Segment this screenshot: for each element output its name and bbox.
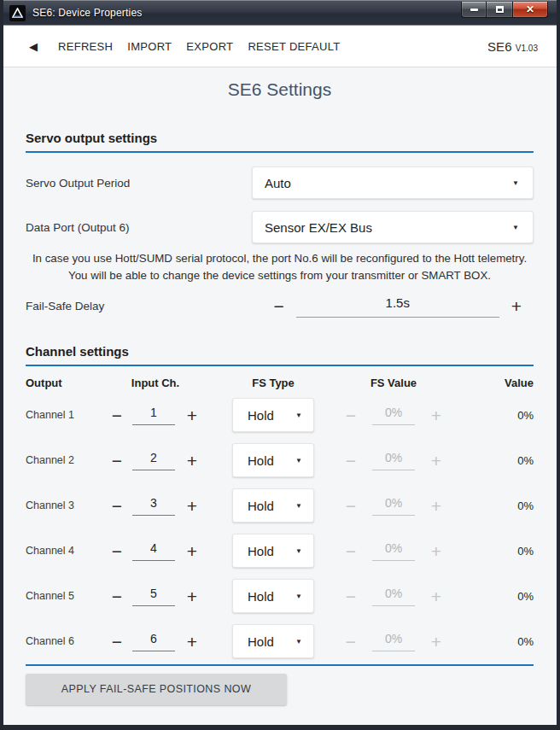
fs-type-select[interactable]: Hold ▼ [232, 534, 314, 568]
chevron-down-icon: ▼ [295, 547, 302, 555]
fs-type-value: Hold [248, 499, 274, 513]
app-icon [9, 5, 26, 21]
device-name: SE6 [487, 39, 512, 54]
input-ch-increase-button[interactable]: + [178, 633, 207, 651]
input-ch-decrease-button[interactable]: − [104, 406, 130, 424]
fail-safe-delay-decrease-button[interactable]: − [273, 297, 283, 315]
fail-safe-delay-row: Fail-Safe Delay − 1.5s + [26, 289, 534, 324]
chevron-down-icon: ▼ [295, 638, 302, 645]
input-ch-increase-button[interactable]: + [178, 542, 207, 560]
toolbar-item-import[interactable]: IMPORT [127, 40, 172, 53]
fs-value-increase-button: + [423, 406, 449, 424]
apply-fail-safe-button[interactable]: APPLY FAIL-SAFE POSITIONS NOW [26, 674, 287, 705]
channel-label: Channel 2 [26, 454, 104, 466]
fs-type-select[interactable]: Hold ▼ [232, 488, 314, 523]
input-ch-field[interactable]: 3 [132, 496, 175, 516]
fs-type-value: Hold [248, 544, 274, 558]
input-ch-increase-button[interactable]: + [178, 587, 207, 605]
fs-value-increase-button: + [423, 452, 449, 470]
chevron-down-icon: ▼ [512, 224, 519, 231]
page-title: SE6 Settings [26, 79, 534, 100]
input-ch-field[interactable]: 4 [132, 541, 175, 561]
fs-type-select[interactable]: Hold ▼ [232, 443, 314, 477]
back-button[interactable]: ◀ [29, 40, 38, 53]
fs-type-select[interactable]: Hold ▼ [232, 624, 314, 658]
channel-label: Channel 5 [26, 590, 104, 602]
device-version: SE6 V1.03 [487, 39, 538, 54]
channel-label: Channel 6 [26, 635, 104, 647]
close-icon: ✕ [526, 4, 534, 15]
minimize-icon [470, 9, 478, 11]
maximize-icon [496, 6, 504, 13]
input-ch-decrease-button[interactable]: − [104, 452, 130, 470]
chevron-down-icon: ▼ [295, 457, 302, 464]
channel-row-3: Channel 3 − 3 + Hold ▼ − 0% + 0% [26, 483, 534, 529]
maximize-button[interactable] [487, 2, 512, 18]
hott-sumd-note: In case you use Hott/SUMD serial protoco… [26, 250, 534, 284]
fs-value-field: 0% [372, 587, 415, 606]
input-ch-field[interactable]: 1 [132, 406, 175, 425]
fs-value-decrease-button: − [338, 497, 364, 515]
fail-safe-delay-increase-button[interactable]: + [511, 297, 522, 315]
input-ch-decrease-button[interactable]: − [104, 633, 130, 651]
section-divider [26, 664, 534, 666]
column-header-fs-value: FS Value [338, 377, 449, 389]
chevron-down-icon: ▼ [295, 593, 302, 600]
fs-value-decrease-button: − [338, 452, 364, 470]
data-port-label: Data Port (Output 6) [26, 221, 130, 234]
input-ch-field[interactable]: 6 [132, 632, 175, 651]
column-header-value: Value [449, 377, 534, 389]
servo-output-period-select[interactable]: Auto ▼ [252, 166, 534, 199]
column-header-output: Output [26, 377, 104, 389]
device-firmware-version: V1.03 [516, 44, 538, 53]
channel-row-4: Channel 4 − 4 + Hold ▼ − 0% + 0% [26, 529, 534, 574]
app-window: SE6: Device Properties ✕ ◀ REFRESH IMPOR… [0, 0, 560, 730]
minimize-button[interactable] [461, 2, 487, 18]
channel-table-header: Output Input Ch. FS Type FS Value Value [26, 374, 534, 393]
channel-current-value: 0% [449, 409, 534, 422]
fs-value-decrease-button: − [338, 542, 364, 560]
input-ch-field[interactable]: 2 [132, 451, 175, 470]
fs-type-select[interactable]: Hold ▼ [232, 398, 314, 432]
chevron-down-icon: ▼ [295, 502, 302, 510]
input-ch-increase-button[interactable]: + [178, 497, 207, 515]
toolbar-item-export[interactable]: EXPORT [186, 40, 233, 53]
channel-current-value: 0% [449, 545, 534, 558]
channel-label: Channel 3 [26, 499, 104, 511]
servo-output-period-label: Servo Output Period [26, 177, 130, 190]
window-title: SE6: Device Properties [32, 7, 142, 19]
servo-output-period-value: Auto [265, 176, 291, 190]
toolbar-item-refresh[interactable]: REFRESH [58, 40, 113, 53]
channel-row-5: Channel 5 − 5 + Hold ▼ − 0% + 0% [26, 574, 534, 619]
input-ch-field[interactable]: 5 [132, 587, 175, 606]
window-controls: ✕ [461, 2, 548, 18]
data-port-select[interactable]: Sensor EX/EX Bus ▼ [252, 211, 534, 243]
data-port-value: Sensor EX/EX Bus [265, 220, 372, 235]
column-header-input-ch: Input Ch. [104, 377, 207, 389]
fs-value-increase-button: + [423, 587, 449, 605]
fs-value-decrease-button: − [338, 633, 364, 651]
close-button[interactable]: ✕ [512, 2, 548, 18]
input-ch-decrease-button[interactable]: − [104, 542, 130, 560]
titlebar: SE6: Device Properties ✕ [3, 0, 557, 26]
channel-row-6: Channel 6 − 6 + Hold ▼ − 0% + 0% [26, 619, 534, 664]
fail-safe-delay-input[interactable]: 1.5s [296, 295, 499, 318]
input-ch-decrease-button[interactable]: − [104, 587, 130, 605]
fail-safe-delay-label: Fail-Safe Delay [26, 300, 104, 312]
input-ch-increase-button[interactable]: + [178, 406, 207, 424]
fs-type-value: Hold [248, 453, 274, 468]
section-divider [26, 151, 534, 153]
channel-row-1: Channel 1 − 1 + Hold ▼ − 0% + 0% [26, 393, 534, 438]
toolbar-item-reset-default[interactable]: RESET DEFAULT [248, 40, 340, 53]
channel-current-value: 0% [449, 590, 534, 603]
channel-current-value: 0% [449, 635, 534, 648]
settings-page: SE6 Settings Servo output settings Servo… [3, 67, 557, 725]
channel-row-2: Channel 2 − 2 + Hold ▼ − 0% + 0% [26, 438, 534, 483]
input-ch-increase-button[interactable]: + [178, 452, 207, 470]
fs-value-decrease-button: − [338, 587, 364, 605]
fs-value-field: 0% [372, 451, 415, 470]
column-header-fs-type: FS Type [232, 377, 314, 389]
input-ch-decrease-button[interactable]: − [104, 497, 130, 515]
fs-type-select[interactable]: Hold ▼ [232, 579, 314, 613]
chevron-down-icon: ▼ [295, 412, 302, 419]
